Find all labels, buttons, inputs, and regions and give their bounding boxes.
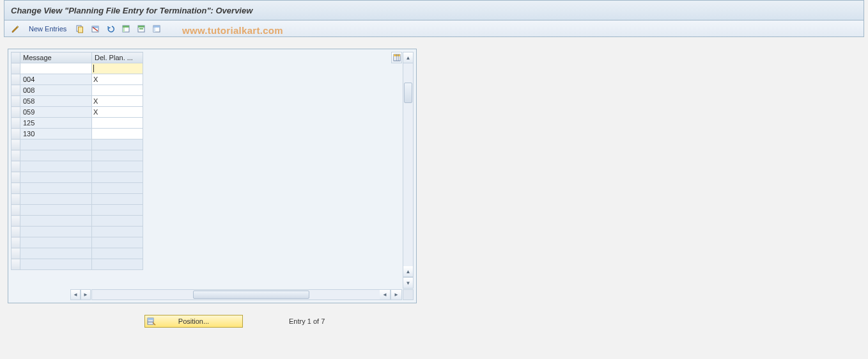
table-row[interactable]: 059X [12,107,143,118]
cell-del-plan[interactable]: X [92,74,143,85]
select-all-button[interactable] [120,23,132,35]
table-row[interactable]: 125 [12,118,143,129]
row-selector[interactable] [12,216,20,227]
row-selector[interactable] [12,118,20,129]
copy-as-button[interactable] [74,23,86,35]
table-row[interactable] [12,248,143,259]
table-row[interactable] [12,237,143,248]
row-selector[interactable] [12,150,20,161]
table-row[interactable] [12,227,143,237]
row-selector[interactable] [12,248,20,259]
row-selector[interactable] [12,183,20,194]
cell-message[interactable]: 059 [20,107,92,118]
cell-del-plan[interactable] [92,129,143,140]
vscroll-track[interactable] [403,63,413,266]
row-selector[interactable] [12,140,20,150]
position-button[interactable]: Position... [144,315,243,328]
row-selector[interactable] [12,74,20,85]
cell-del-plan[interactable] [92,259,143,270]
row-selector[interactable] [12,129,20,140]
column-header-message[interactable]: Message [20,52,92,63]
cell-del-plan[interactable] [92,194,143,205]
cell-del-plan[interactable] [92,237,143,248]
row-selector[interactable] [12,259,20,270]
table-row[interactable] [12,172,143,183]
cell-del-plan[interactable]: X [92,107,143,118]
cell-message[interactable] [20,194,92,205]
select-block-button[interactable] [136,23,147,35]
vscroll-thumb[interactable] [404,83,412,103]
cell-del-plan[interactable] [92,150,143,161]
cell-message[interactable] [20,227,92,237]
row-selector[interactable] [12,237,20,248]
undo-button[interactable] [105,23,116,35]
cell-message[interactable]: 125 [20,118,92,129]
cell-del-plan[interactable] [92,118,143,129]
cell-message[interactable] [20,237,92,248]
cell-message[interactable]: 058 [20,96,92,107]
table-row[interactable] [12,259,143,270]
table-row[interactable]: 058X [12,96,143,107]
row-selector[interactable] [12,85,20,96]
cell-message[interactable]: 004 [20,74,92,85]
row-selector[interactable] [12,205,20,216]
horizontal-scrollbar[interactable]: ◄ ► [91,289,402,300]
cell-del-plan[interactable] [92,216,143,227]
scroll-left-button[interactable]: ► [81,289,91,300]
cell-del-plan[interactable] [92,140,143,150]
cell-message[interactable] [20,183,92,194]
row-selector[interactable] [12,107,20,118]
vertical-scrollbar[interactable]: ▲ ▲ ▼ [403,52,414,289]
cell-message[interactable] [20,248,92,259]
scroll-line-up-button[interactable]: ▲ [403,266,413,277]
cell-del-plan[interactable] [92,248,143,259]
table-row[interactable] [12,194,143,205]
cell-message[interactable] [20,161,92,172]
row-selector[interactable] [12,161,20,172]
table-row[interactable] [12,183,143,194]
table-row[interactable] [12,140,143,150]
table-settings-button[interactable] [391,52,402,63]
table-row[interactable] [12,63,143,74]
cell-message[interactable] [20,172,92,183]
table-row[interactable]: 004X [12,74,143,85]
table-row[interactable] [12,150,143,161]
table-row[interactable] [12,161,143,172]
cell-del-plan[interactable] [92,85,143,96]
delete-button[interactable] [89,23,101,35]
table-row[interactable] [12,216,143,227]
scroll-up-button[interactable]: ▲ [403,52,413,63]
hscroll-thumb[interactable] [193,291,309,299]
cell-del-plan[interactable] [92,63,143,74]
row-selector[interactable] [12,63,20,74]
new-entries-button[interactable]: New Entries [25,23,70,35]
table-row[interactable]: 008 [12,85,143,96]
cell-del-plan[interactable] [92,183,143,194]
scroll-first-col-button[interactable]: ◄ [70,289,81,300]
cell-del-plan[interactable] [92,161,143,172]
column-header-del-plan[interactable]: Del. Plan. ... [92,52,143,63]
cell-message[interactable] [20,205,92,216]
cell-del-plan[interactable] [92,172,143,183]
row-selector[interactable] [12,96,20,107]
scroll-last-col-button[interactable]: ► [391,290,401,299]
scroll-right-button[interactable]: ◄ [380,290,391,299]
cell-message[interactable] [20,140,92,150]
cell-message[interactable] [20,259,92,270]
cell-del-plan[interactable] [92,205,143,216]
row-selector[interactable] [12,194,20,205]
row-selector[interactable] [12,227,20,237]
data-grid[interactable]: Message Del. Plan. ... 004X008058X059X12… [11,52,143,270]
cell-message[interactable] [20,63,92,74]
hscroll-track[interactable] [92,290,380,299]
row-selector-header[interactable] [12,52,20,63]
table-row[interactable]: 130 [12,129,143,140]
cell-message[interactable] [20,216,92,227]
deselect-all-button[interactable] [151,23,162,35]
cell-message[interactable]: 130 [20,129,92,140]
cell-del-plan[interactable] [92,227,143,237]
cell-message[interactable]: 008 [20,85,92,96]
table-row[interactable] [12,205,143,216]
row-selector[interactable] [12,172,20,183]
scroll-down-button[interactable]: ▼ [403,277,413,288]
